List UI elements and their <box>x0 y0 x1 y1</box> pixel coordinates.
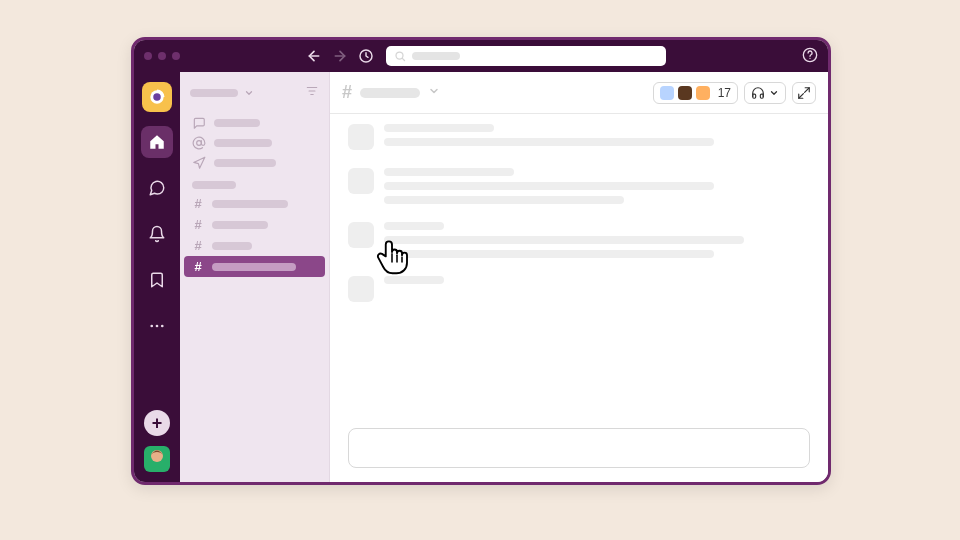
titlebar <box>134 40 828 72</box>
channel-sidebar: # # # # <box>180 72 330 482</box>
rail-bookmark-icon[interactable] <box>141 264 173 296</box>
workspace-switcher[interactable] <box>142 82 172 112</box>
svg-line-4 <box>402 58 404 60</box>
message-feed[interactable] <box>330 114 828 428</box>
channel-header: # 17 <box>330 72 828 114</box>
avatar <box>348 276 374 302</box>
sidebar-item-mentions[interactable] <box>180 133 329 153</box>
search-placeholder <box>412 52 460 60</box>
rail-home[interactable] <box>141 126 173 158</box>
svg-point-8 <box>153 93 161 101</box>
svg-marker-17 <box>194 157 205 168</box>
channel-members-button[interactable]: 17 <box>653 82 738 104</box>
sidebar-channel-2[interactable]: # <box>180 235 329 256</box>
nav-back-icon[interactable] <box>306 48 322 64</box>
sidebar-channel-1[interactable]: # <box>180 214 329 235</box>
channel-name[interactable] <box>360 88 420 98</box>
message[interactable] <box>348 124 810 150</box>
rail-dm-icon[interactable] <box>141 172 173 204</box>
window-close-dot[interactable] <box>144 52 152 60</box>
canvas-button[interactable] <box>792 82 816 104</box>
nav-forward-icon[interactable] <box>332 48 348 64</box>
message-composer[interactable] <box>348 428 810 468</box>
window-traffic-lights <box>144 52 180 60</box>
rail-add-button[interactable]: + <box>144 410 170 436</box>
help-icon[interactable] <box>802 47 818 66</box>
history-icon[interactable] <box>358 48 374 64</box>
svg-point-11 <box>161 325 164 328</box>
workspace-rail: + <box>134 72 180 482</box>
avatar <box>348 222 374 248</box>
window-zoom-dot[interactable] <box>172 52 180 60</box>
rail-activity-icon[interactable] <box>141 218 173 250</box>
avatar <box>348 168 374 194</box>
channel-hash-icon: # <box>342 82 352 103</box>
sidebar-filter-icon[interactable] <box>305 84 319 101</box>
svg-point-10 <box>156 325 159 328</box>
sidebar-item-threads[interactable] <box>180 113 329 133</box>
svg-point-9 <box>150 325 153 328</box>
main-pane: # 17 <box>330 72 828 482</box>
sidebar-item-drafts[interactable] <box>180 153 329 173</box>
message[interactable] <box>348 222 810 258</box>
huddle-button[interactable] <box>744 82 786 104</box>
svg-point-16 <box>197 141 202 146</box>
sidebar-channel-0[interactable]: # <box>180 193 329 214</box>
app-window: + <box>131 37 831 485</box>
message[interactable] <box>348 168 810 204</box>
user-avatar[interactable] <box>144 446 170 472</box>
rail-more-icon[interactable] <box>141 310 173 342</box>
member-count: 17 <box>718 86 731 100</box>
avatar <box>348 124 374 150</box>
sidebar-workspace-dropdown[interactable] <box>180 78 329 107</box>
search-input[interactable] <box>386 46 666 66</box>
window-minimize-dot[interactable] <box>158 52 166 60</box>
chevron-down-icon[interactable] <box>428 85 440 100</box>
sidebar-section-channels[interactable] <box>192 181 236 189</box>
message[interactable] <box>348 276 810 302</box>
sidebar-channel-3[interactable]: # <box>184 256 325 277</box>
